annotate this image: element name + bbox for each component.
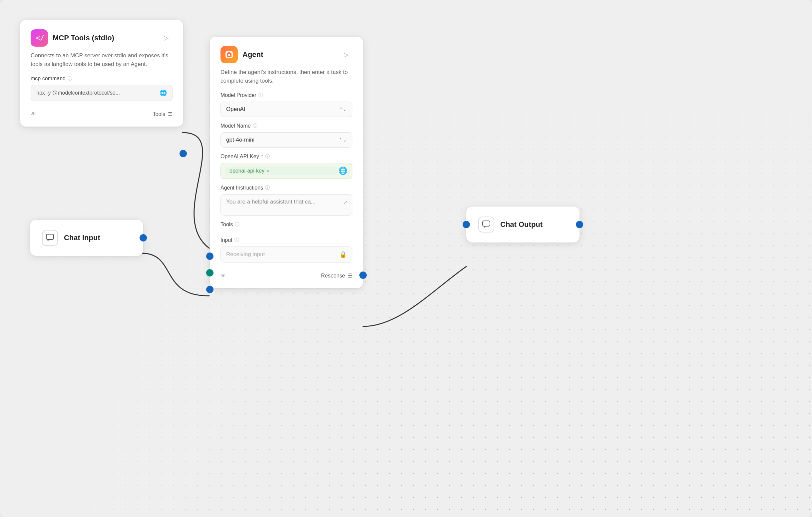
expand-icon[interactable]: ⤢ bbox=[343, 199, 347, 205]
mcp-tools-connector[interactable] bbox=[179, 150, 187, 157]
mcp-tools-node: </> MCP Tools (stdio) ▷ Connects to an M… bbox=[20, 20, 183, 126]
chat-input-icon bbox=[42, 230, 58, 246]
chat-output-connector-right[interactable] bbox=[576, 221, 583, 228]
agent-instructions-info: ⓘ bbox=[265, 185, 270, 191]
model-provider-info: ⓘ bbox=[258, 92, 263, 98]
tools-divider bbox=[221, 231, 352, 231]
model-name-select[interactable]: gpt-4o-mini ⌃⌄ bbox=[221, 132, 352, 148]
input-receiving-field: Receiving input 🔒 bbox=[221, 247, 352, 262]
model-name-value: gpt-4o-mini bbox=[226, 137, 255, 143]
agent-input-connector-left[interactable] bbox=[206, 286, 213, 293]
chat-output-node: Chat Output bbox=[466, 206, 580, 242]
agent-footer-right: Response ☰ bbox=[321, 272, 352, 279]
agent-list-icon: ☰ bbox=[348, 272, 352, 279]
mcp-node-header: </> MCP Tools (stdio) ▷ bbox=[31, 29, 173, 47]
agent-tools-connector-mid[interactable] bbox=[206, 269, 213, 277]
api-key-required: * bbox=[261, 153, 263, 160]
agent-node-header: Agent ▷ bbox=[221, 46, 352, 63]
chat-input-node: Chat Input bbox=[30, 220, 143, 256]
chat-input-connector[interactable] bbox=[140, 234, 147, 241]
svg-point-3 bbox=[228, 54, 230, 56]
agent-response-connector-right[interactable] bbox=[359, 271, 367, 279]
agent-tools-connector-left[interactable] bbox=[206, 253, 213, 260]
model-provider-chevron: ⌃⌄ bbox=[339, 107, 347, 112]
api-key-label: OpenAI API Key * ⓘ bbox=[221, 153, 352, 160]
mcp-command-field[interactable]: npx -y @modelcontextprotocol/se... 🌐 bbox=[31, 85, 173, 101]
mcp-footer-left: 👁 bbox=[31, 111, 36, 117]
mcp-node-description: Connects to an MCP server over stdio and… bbox=[31, 51, 173, 68]
mcp-command-label: mcp command ⓘ bbox=[31, 76, 173, 82]
api-key-field[interactable]: openai-api-key × 🌐 bbox=[221, 163, 352, 179]
mcp-tools-label: Tools ☰ bbox=[153, 111, 173, 117]
agent-eye-icon[interactable]: 👁 bbox=[221, 273, 226, 279]
model-name-label: Model Name ⓘ bbox=[221, 123, 352, 129]
model-name-chevron: ⌃⌄ bbox=[339, 137, 347, 143]
agent-instructions-field[interactable]: You are a helpful assistant that ca... ⤢ bbox=[221, 194, 352, 216]
agent-node-title: Agent bbox=[242, 50, 335, 59]
globe-icon: 🌐 bbox=[160, 89, 167, 96]
eye-icon[interactable]: 👁 bbox=[31, 111, 36, 117]
agent-instructions-value: You are a helpful assistant that ca... bbox=[226, 199, 316, 205]
agent-run-button[interactable]: ▷ bbox=[340, 48, 352, 61]
mcp-footer-right: Tools ☰ bbox=[153, 111, 173, 117]
agent-instructions-label: Agent Instructions ⓘ bbox=[221, 185, 352, 191]
input-info: ⓘ bbox=[234, 237, 239, 243]
agent-node-footer: 👁 Response ☰ bbox=[221, 268, 352, 279]
model-provider-label: Model Provider ⓘ bbox=[221, 92, 352, 98]
mcp-node-footer: 👁 Tools ☰ bbox=[31, 107, 173, 117]
tools-label: Tools ⓘ bbox=[221, 222, 352, 228]
agent-node: Agent ▷ Define the agent's instructions,… bbox=[210, 37, 363, 288]
chat-input-title: Chat Input bbox=[64, 233, 100, 242]
model-provider-select[interactable]: OpenAI ⌃⌄ bbox=[221, 102, 352, 117]
model-provider-value: OpenAI bbox=[226, 106, 245, 113]
mcp-command-value: npx -y @modelcontextprotocol/se... bbox=[36, 90, 120, 96]
chat-output-connector-left[interactable] bbox=[463, 221, 470, 228]
mcp-run-button[interactable]: ▷ bbox=[160, 32, 173, 44]
input-label: Input ⓘ bbox=[221, 237, 352, 243]
agent-response-label: Response ☰ bbox=[321, 272, 352, 279]
model-name-info: ⓘ bbox=[253, 123, 257, 129]
svg-text:</>: </> bbox=[36, 34, 44, 42]
api-key-value: openai-api-key bbox=[230, 168, 264, 174]
chat-output-title: Chat Output bbox=[500, 220, 543, 229]
input-placeholder: Receiving input bbox=[226, 251, 265, 258]
api-key-remove[interactable]: × bbox=[266, 169, 269, 174]
chat-output-icon bbox=[478, 217, 494, 232]
svg-rect-1 bbox=[46, 234, 54, 239]
tools-info: ⓘ bbox=[235, 222, 239, 228]
api-key-info: ⓘ bbox=[265, 153, 270, 160]
svg-rect-4 bbox=[483, 221, 490, 226]
list-icon: ☰ bbox=[168, 111, 173, 117]
mcp-node-title: MCP Tools (stdio) bbox=[53, 34, 155, 42]
mcp-icon: </> bbox=[31, 29, 48, 47]
api-key-globe-icon: 🌐 bbox=[338, 167, 347, 175]
lock-icon: 🔒 bbox=[339, 251, 347, 258]
agent-node-description: Define the agent's instructions, then en… bbox=[221, 68, 352, 85]
agent-icon bbox=[221, 46, 238, 63]
api-key-tag: openai-api-key × bbox=[226, 167, 336, 175]
mcp-command-info-icon: ⓘ bbox=[68, 76, 72, 82]
agent-footer-left: 👁 bbox=[221, 273, 226, 279]
